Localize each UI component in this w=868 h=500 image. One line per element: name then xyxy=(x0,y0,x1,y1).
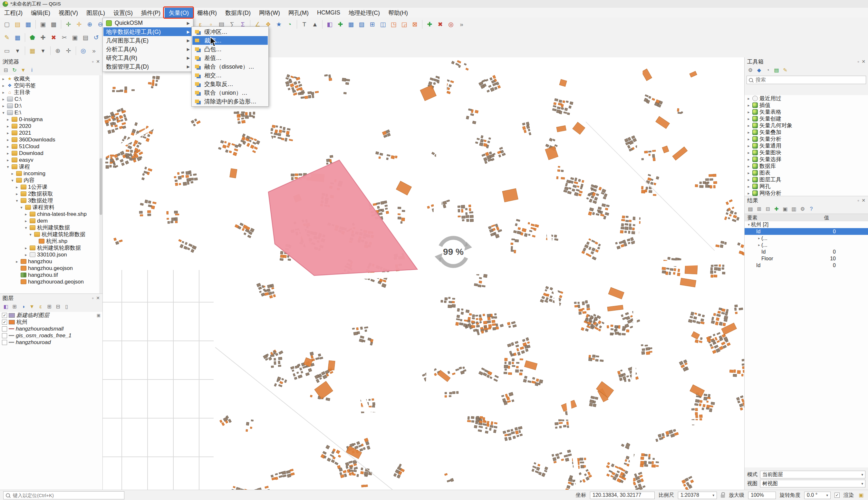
browser-item[interactable]: ▸1公开课 xyxy=(0,184,99,190)
menubar-item-8[interactable]: 数据库(D) xyxy=(221,8,255,18)
add-wms-layer-icon[interactable]: ◳ xyxy=(389,19,399,29)
remove-layer-icon[interactable]: ▯ xyxy=(63,303,71,310)
tree-expander-icon[interactable]: ▸ xyxy=(746,164,751,169)
layer-visibility-checkbox[interactable]: ✓ xyxy=(2,313,7,318)
layer-item[interactable]: hangzhouroadsmall xyxy=(0,326,102,332)
layer-item[interactable]: gis_osm_roads_free_1 xyxy=(0,332,102,339)
tree-expander-icon[interactable]: ▸ xyxy=(1,83,5,88)
browser-refresh-icon[interactable]: ↻ xyxy=(11,66,18,74)
tree-expander-icon[interactable]: ▸ xyxy=(746,123,751,128)
add-mesh-layer-icon[interactable]: ▧ xyxy=(357,19,367,29)
scale-select[interactable]: 1:20378▾ xyxy=(678,492,717,499)
browser-item[interactable]: ▸D:\ xyxy=(0,102,99,109)
select-mode-dropdown-icon[interactable]: ▾ xyxy=(13,46,23,56)
plugin-remove-icon[interactable]: ✖ xyxy=(435,19,445,29)
close-toolbox-button[interactable]: ✕ xyxy=(861,59,865,64)
tree-expander-icon[interactable]: ▸ xyxy=(746,178,751,182)
tree-expander-icon[interactable]: ▸ xyxy=(24,219,28,223)
plugin-add-icon[interactable]: ✚ xyxy=(425,19,435,29)
pan-map-icon[interactable]: ✛ xyxy=(64,19,73,29)
layer-item[interactable]: ✓杭州 xyxy=(0,319,102,326)
tree-expander-icon[interactable]: ▸ xyxy=(746,137,751,141)
menubar-item-5[interactable]: 插件(P) xyxy=(137,8,165,18)
layer-visibility-checkbox[interactable] xyxy=(2,326,7,331)
tree-expander-icon[interactable]: ▸ xyxy=(15,259,19,264)
vertex-tool-icon[interactable]: ✚ xyxy=(38,33,48,43)
vector-menu-item-4[interactable]: 研究工具(R)▶ xyxy=(103,54,192,62)
geoprocessing-item-6[interactable]: 交集取反… xyxy=(192,80,268,88)
toolbox-group[interactable]: ▸矢量选择 xyxy=(745,156,868,163)
add-postgis-layer-icon[interactable]: ◫ xyxy=(378,19,388,29)
toolbox-group[interactable]: ▸矢量叠加 xyxy=(745,129,868,136)
tree-expander-icon[interactable]: ▸ xyxy=(746,184,751,189)
results-expand-all-icon[interactable]: ⊞ xyxy=(755,205,763,213)
toolbox-group[interactable]: ▸矢量通用 xyxy=(745,143,868,149)
render-checkbox[interactable]: ✓ xyxy=(834,492,840,498)
tree-expander-icon[interactable]: ▸ xyxy=(1,77,5,81)
new-virtual-layer-icon[interactable]: ◧ xyxy=(325,19,335,29)
tree-expander-icon[interactable]: ▸ xyxy=(1,104,5,108)
layout-manager-icon[interactable]: ▩ xyxy=(49,19,59,29)
tree-expander-icon[interactable]: ▸ xyxy=(15,192,19,196)
browser-item[interactable]: ▸0-insigma xyxy=(0,116,99,123)
vector-menu-item-3[interactable]: 分析工具(A)▶ xyxy=(103,45,192,54)
results-row[interactable]: ▸(... xyxy=(745,242,868,248)
menubar-item-10[interactable]: 网孔(M) xyxy=(284,8,313,18)
browser-item[interactable]: hangzhou.tif xyxy=(0,272,99,279)
browser-item[interactable]: 杭州.shp xyxy=(0,238,99,245)
results-collapse-all-icon[interactable]: ⊟ xyxy=(764,205,772,213)
collapse-all-icon[interactable]: ⊟ xyxy=(54,303,62,310)
geoprocessing-item-3[interactable]: 差值… xyxy=(192,54,268,62)
osm-place-search-icon[interactable]: ◎ xyxy=(446,19,456,29)
toolbox-group[interactable]: ▸网络分析 xyxy=(745,190,868,196)
tree-expander-icon[interactable]: ▸ xyxy=(746,110,751,114)
tree-expander-icon[interactable]: ▸ xyxy=(746,117,751,121)
add-wfs-layer-icon[interactable]: ◲ xyxy=(399,19,409,29)
select-by-value-icon[interactable]: ▦ xyxy=(27,46,37,56)
tree-expander-icon[interactable]: ▾ xyxy=(19,205,24,210)
undock-browser-button[interactable]: ▫ xyxy=(92,59,93,64)
view-select[interactable]: 树视图 ▾ xyxy=(760,480,865,487)
lock-scale-icon[interactable] xyxy=(721,495,725,498)
close-layers-button[interactable]: ✕ xyxy=(96,295,100,300)
pan-tool-icon[interactable]: ✛ xyxy=(64,46,73,56)
tree-expander-icon[interactable]: ▸ xyxy=(10,171,14,176)
save-edits-icon[interactable]: ▦ xyxy=(13,33,23,43)
tree-expander-icon[interactable]: ▾ xyxy=(6,164,10,169)
vector-menu-item-5[interactable]: 数据管理工具(D)▶ xyxy=(103,62,192,71)
geoprocessing-item-5[interactable]: 相交… xyxy=(192,71,268,80)
menubar-item-11[interactable]: HCMGIS xyxy=(313,8,344,18)
tree-expander-icon[interactable]: ▸ xyxy=(746,144,751,148)
browser-item[interactable]: ▸Download xyxy=(0,150,99,157)
rotation-value[interactable]: 0.0 °▾ xyxy=(804,492,831,499)
row3-overflow-icon[interactable]: » xyxy=(89,46,99,56)
new-bookmark-icon[interactable]: ★ xyxy=(274,19,284,29)
tree-expander-icon[interactable]: ▸ xyxy=(6,144,10,149)
tree-expander-icon[interactable]: ▸ xyxy=(746,150,751,155)
cut-features-icon[interactable]: ✂ xyxy=(59,33,69,43)
layer-visibility-checkbox[interactable] xyxy=(2,333,7,338)
browser-item[interactable]: ▸❖空间书签 xyxy=(0,82,99,89)
browser-item[interactable]: ▾杭州建筑轮廓数据 xyxy=(0,231,99,238)
results-copy-icon[interactable]: ▣ xyxy=(781,205,789,213)
geoprocessing-item-1[interactable]: 裁剪… xyxy=(192,36,268,45)
results-print-icon[interactable]: ▥ xyxy=(790,205,798,213)
toolbox-group[interactable]: ▸矢量几何对象 xyxy=(745,122,868,129)
tree-expander-icon[interactable]: ▾ xyxy=(746,223,751,227)
menubar-item-9[interactable]: 网络(W) xyxy=(255,8,284,18)
close-results-button[interactable]: ✕ xyxy=(861,198,865,203)
browser-item[interactable]: ▾内容 xyxy=(0,177,99,184)
toolbox-group[interactable]: ▸数据库 xyxy=(745,163,868,169)
temporal-controller-icon[interactable]: ◔ xyxy=(285,19,295,29)
geoprocessing-item-7[interactable]: 联合（union）… xyxy=(192,88,268,97)
menubar-item-7[interactable]: 栅格(R) xyxy=(193,8,221,18)
menubar-item-6[interactable]: 矢量(O) xyxy=(165,8,193,18)
layer-item[interactable]: hangzhouroad xyxy=(0,339,102,346)
browser-item[interactable]: ▸330100.json xyxy=(0,251,99,258)
memory-layer-indicator-icon[interactable]: ▣ xyxy=(97,313,101,318)
open-project-icon[interactable]: ▤ xyxy=(13,19,23,29)
undock-layers-button[interactable]: ▫ xyxy=(92,295,93,300)
tree-expander-icon[interactable]: ▸ xyxy=(1,90,5,95)
undock-results-button[interactable]: ▫ xyxy=(857,198,859,203)
menubar-item-1[interactable]: 编辑(E) xyxy=(27,8,55,18)
